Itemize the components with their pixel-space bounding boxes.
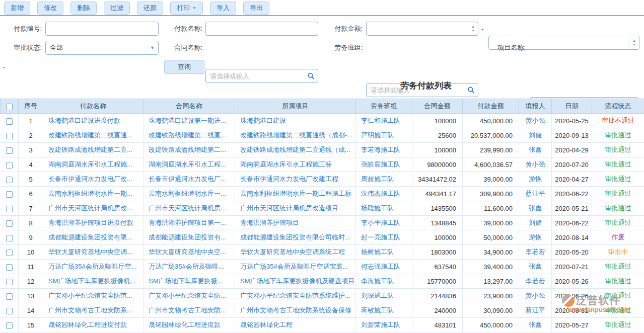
row-checkbox[interactable] — [6, 235, 13, 241]
add-button[interactable]: 新增 — [4, 2, 30, 15]
contract-name-link[interactable]: 广州市天河区统计局机房... — [144, 201, 235, 216]
row-checkbox[interactable] — [6, 322, 13, 329]
project-link[interactable]: 长春市伊通河水力发电厂改建工程 — [235, 172, 356, 187]
project-link[interactable]: 青海洪湖养护院项目 — [235, 216, 356, 230]
payment-name-input[interactable] — [205, 22, 318, 36]
payment-name-link[interactable]: 广安邓小平纪念馆安全防范... — [43, 289, 144, 303]
payment-name-link[interactable]: 长春市伊通河水力发电厂改... — [43, 172, 144, 187]
payment-name-link[interactable]: 云南水利枢纽潜明水库一期... — [43, 187, 144, 201]
payment-amount-min-input[interactable] — [366, 22, 478, 36]
payment-name-link[interactable]: 广州市文物考古工地安防系... — [43, 303, 144, 318]
search-icon[interactable] — [467, 87, 475, 94]
payment-name-link[interactable]: 湖南洞庭湖水库引水工程施... — [43, 157, 144, 172]
filter-button[interactable]: 过滤 — [104, 2, 130, 15]
contract-name-link[interactable]: 青海洪湖养护院项目第一... — [144, 216, 235, 230]
spin-up-icon[interactable]: ▲ — [471, 25, 475, 28]
spin-up-icon[interactable]: ▲ — [632, 39, 636, 42]
project-link[interactable]: 改建铁路成渝线增建第二直通线（成... — [235, 143, 356, 157]
delete-button[interactable]: 删除 — [70, 2, 97, 15]
team-link[interactable]: 周超施工队 — [356, 172, 412, 187]
row-checkbox[interactable] — [6, 147, 13, 154]
project-link[interactable]: 改建铁路线增建第二线直通线（成都-... — [235, 128, 356, 143]
select-all-checkbox[interactable] — [6, 104, 13, 110]
team-link[interactable]: 李仁和施工队 — [356, 114, 412, 128]
date-cell: 2020-07-20 — [552, 157, 592, 172]
edit-button[interactable]: 修改 — [37, 2, 63, 15]
contract-name-link[interactable]: SM广场地下车库更换摄... — [144, 274, 235, 289]
contract-name-input[interactable] — [205, 69, 318, 83]
approval-status-select[interactable]: 全部 ▼ — [45, 41, 159, 55]
project-link[interactable]: 万达广场35#会所及咖啡厅空调安装... — [235, 260, 356, 274]
spin-down-icon[interactable]: ▼ — [632, 43, 636, 46]
payment-name-link[interactable]: 改建铁路线增建第二线直通... — [43, 128, 144, 143]
row-checkbox[interactable] — [6, 206, 13, 212]
payment-no-input[interactable] — [45, 22, 159, 36]
row-checkbox[interactable] — [6, 162, 13, 169]
contract-name-link[interactable]: 长春市伊通河水力发电厂... — [144, 172, 235, 187]
search-icon[interactable] — [307, 72, 315, 80]
number-spinner[interactable]: ▲ ▼ — [629, 36, 639, 49]
team-link[interactable]: 杨树施工队 — [356, 245, 412, 260]
row-checkbox[interactable] — [6, 118, 13, 125]
payment-name-link[interactable]: 晟铭园林绿化工程进度付款 — [43, 318, 144, 332]
contract-name-link[interactable]: 万达广场35#会所及咖啡... — [144, 260, 235, 274]
row-checkbox[interactable] — [6, 177, 13, 183]
row-checkbox[interactable] — [6, 133, 13, 139]
contract-name-link[interactable]: 改建铁路线增建第二线直... — [144, 128, 235, 143]
project-link[interactable]: SM广场地下车库更换摄像机及硬盘项目 — [235, 274, 356, 289]
payment-name-link[interactable]: 成都能源建设集团投资有限... — [43, 230, 144, 245]
row-checkbox[interactable] — [6, 279, 13, 285]
project-link[interactable]: 广州市文物考古工地安防系统设备保修 — [235, 303, 356, 318]
reporter-cell: 张鑫 — [519, 318, 552, 332]
contract-name-link[interactable]: 华软大厦研究基地中央空... — [144, 245, 235, 260]
contract-name-link[interactable]: 改建铁路成渝线增建第二... — [144, 143, 235, 157]
payment-name-link[interactable]: 珠海鹤港口建设进度付款 — [43, 114, 144, 128]
team-link[interactable]: 杨聪施工队 — [356, 201, 412, 216]
contract-name-link[interactable]: 广安邓小平纪念馆安全防... — [144, 289, 235, 303]
project-link[interactable]: 晟铭园林绿化工程 — [235, 318, 356, 332]
row-checkbox[interactable] — [6, 220, 13, 227]
team-link[interactable]: 彭一亮施工队 — [356, 230, 412, 245]
row-checkbox[interactable] — [6, 293, 13, 300]
row-checkbox[interactable] — [6, 264, 13, 271]
contract-name-link[interactable]: 湖南洞庭湖水库引水工程... — [144, 157, 235, 172]
row-checkbox[interactable] — [6, 308, 13, 314]
project-link[interactable]: 华软大厦研究基地中央空调系统工程 — [235, 245, 356, 260]
row-checkbox[interactable] — [6, 191, 13, 198]
contract-name-link[interactable]: 晟铭园林绿化工程进度款 — [144, 318, 235, 332]
export-button[interactable]: 导出 — [243, 2, 269, 15]
number-spinner[interactable]: ▲ ▼ — [468, 22, 478, 35]
payment-name-link[interactable]: 改建铁路成渝线增建第二直... — [43, 143, 144, 157]
import-button[interactable]: 导入 — [210, 2, 236, 15]
team-link[interactable]: 沈伟杰施工队 — [356, 187, 412, 201]
project-link[interactable]: 云南水利枢纽潜明水库一期工程施工标 — [235, 187, 356, 201]
spin-down-icon[interactable]: ▼ — [471, 29, 475, 32]
project-link[interactable]: 广安邓小平纪念馆安全防范系统维护... — [235, 289, 356, 303]
team-link[interactable]: 刘新荣施工队 — [356, 318, 412, 332]
team-link[interactable]: 李海施工队 — [356, 274, 412, 289]
team-link[interactable]: 何志强施工队 — [356, 260, 412, 274]
team-link[interactable]: 蒋敏施工队 — [356, 303, 412, 318]
payment-name-link[interactable]: 华软大厦研究基地中央空调... — [43, 245, 144, 260]
team-link[interactable]: 李若海施工队 — [356, 143, 412, 157]
project-link[interactable]: 成都能源建设集团投资有限公司临时... — [235, 230, 356, 245]
payment-name-link[interactable]: 万达广场35#会所及咖啡厅空... — [43, 260, 144, 274]
team-link[interactable]: 严明施工队 — [356, 128, 412, 143]
project-link[interactable]: 湖南洞庭湖水库引水工程施工标 — [235, 157, 356, 172]
team-link[interactable]: 张皓宸施工队 — [356, 157, 412, 172]
project-link[interactable]: 广州市天河区统计局机房改造项目 — [235, 201, 356, 216]
restore-button[interactable]: 还原 — [137, 2, 163, 15]
contract-name-link[interactable]: 云南水利枢纽潜明水库一... — [144, 187, 235, 201]
team-link[interactable]: 刘琛施工队 — [356, 289, 412, 303]
query-button[interactable]: 查询 — [164, 60, 204, 74]
project-link[interactable]: 珠海鹤港口建设 — [235, 114, 356, 128]
contract-name-link[interactable]: 成都能源建设集团投资有... — [144, 230, 235, 245]
payment-name-link[interactable]: 广州市天河区统计局机房改... — [43, 201, 144, 216]
print-button[interactable]: 打印 ▼ — [170, 2, 203, 15]
team-link[interactable]: 李小平施工队 — [356, 216, 412, 230]
contract-name-link[interactable]: 珠海鹤港口建设第一期进... — [144, 114, 235, 128]
row-checkbox[interactable] — [6, 249, 13, 256]
contract-name-link[interactable]: 广州市文物考古工地安防... — [144, 303, 235, 318]
payment-name-link[interactable]: 青海洪湖养护院项目进度付款 — [43, 216, 144, 230]
payment-name-link[interactable]: SM广场地下车库更换摄像机... — [43, 274, 144, 289]
